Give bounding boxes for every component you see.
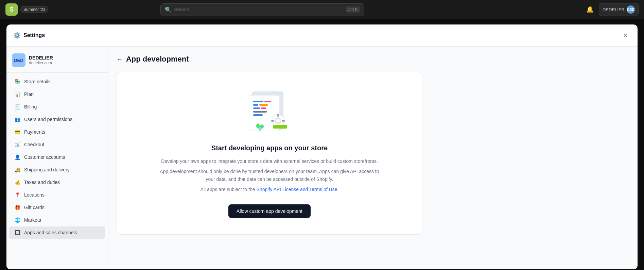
search-bar[interactable]: 🔍 Ctrl K: [160, 3, 364, 16]
search-input[interactable]: [174, 7, 343, 12]
user-avatar: DED: [627, 5, 635, 14]
user-menu-button[interactable]: DEDELIER DED: [599, 3, 639, 16]
user-name: DEDELIER: [603, 7, 625, 12]
shopify-logo: S: [5, 3, 18, 16]
navbar: S Summer '23 🔍 Ctrl K 🔔 DEDELIER DED: [0, 0, 644, 19]
search-shortcut: Ctrl K: [346, 6, 360, 13]
navbar-right: 🔔 DEDELIER DED: [584, 3, 639, 16]
bell-icon: 🔔: [586, 6, 594, 13]
logo-text: S: [10, 6, 14, 13]
logo-area: S Summer '23: [5, 3, 48, 16]
notification-button[interactable]: 🔔: [584, 3, 596, 16]
search-icon: 🔍: [165, 6, 172, 13]
summer-badge: Summer '23: [20, 6, 48, 13]
